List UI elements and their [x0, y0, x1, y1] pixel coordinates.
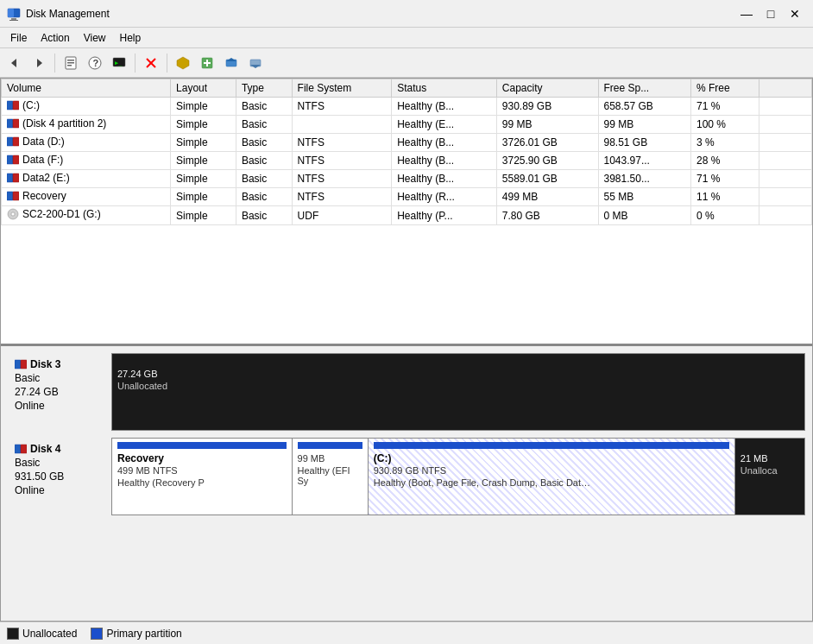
svg-rect-33	[13, 174, 19, 182]
menu-view[interactable]: View	[77, 30, 113, 46]
cell-type: Basic	[236, 152, 292, 170]
svg-rect-7	[67, 60, 74, 61]
disk-pane: Disk 3 Basic 27.24 GB Online 27.24 GBUna…	[1, 346, 812, 621]
partition-block[interactable]: 27.24 GBUnallocated	[112, 354, 804, 430]
help-button[interactable]: ?	[84, 52, 106, 74]
col-freespace[interactable]: Free Sp...	[598, 79, 690, 98]
disk-label: Disk 4 Basic 931.50 GB Online	[8, 438, 111, 515]
cell-volume: Data (F:)	[2, 152, 171, 170]
table-row[interactable]: Data (F:) Simple Basic NTFS Healthy (B..…	[2, 152, 812, 170]
cell-status: Healthy (P...	[392, 206, 497, 225]
cell-free: 55 MB	[598, 188, 690, 206]
table-row[interactable]: Data (D:) Simple Basic NTFS Healthy (B..…	[2, 134, 812, 152]
cell-status: Healthy (B...	[392, 170, 497, 188]
svg-rect-2	[11, 18, 16, 20]
cell-type: Basic	[236, 206, 292, 225]
svg-rect-28	[7, 137, 13, 146]
table-row[interactable]: Data2 (E:) Simple Basic NTFS Healthy (B.…	[2, 170, 812, 188]
cell-extra	[759, 188, 811, 206]
console-button[interactable]: ▶_	[108, 52, 130, 74]
cell-extra	[759, 134, 811, 152]
extend-button[interactable]	[220, 52, 243, 74]
format-button[interactable]	[172, 52, 194, 74]
app-icon	[7, 7, 21, 21]
cell-capacity: 3725.90 GB	[496, 152, 598, 170]
cell-layout: Simple	[171, 116, 236, 134]
menu-action[interactable]: Action	[34, 30, 76, 46]
close-button[interactable]: ✕	[784, 3, 806, 25]
cell-layout: Simple	[171, 188, 236, 206]
toolbar-sep-1	[54, 54, 55, 73]
delete-button[interactable]	[140, 52, 162, 74]
forward-button[interactable]	[28, 52, 50, 74]
legend-unallocated-box	[7, 628, 19, 640]
cell-volume: SC2-200-D1 (G:)	[2, 206, 171, 225]
svg-marker-16	[177, 57, 189, 69]
shrink-button[interactable]	[244, 52, 267, 74]
legend-unallocated-label: Unallocated	[22, 628, 77, 640]
cell-status: Healthy (B...	[392, 152, 497, 170]
cell-extra	[759, 116, 811, 134]
cell-free: 99 MB	[598, 116, 690, 134]
cell-free: 3981.50...	[598, 170, 690, 188]
cell-capacity: 499 MB	[496, 188, 598, 206]
legend-primary-label: Primary partition	[106, 628, 181, 640]
col-filesystem[interactable]: File System	[292, 79, 392, 98]
table-row[interactable]: Recovery Simple Basic NTFS Healthy (R...…	[2, 188, 812, 206]
svg-rect-9	[67, 65, 72, 66]
cell-fs: NTFS	[292, 134, 392, 152]
disk-row-1: Disk 4 Basic 931.50 GB Online Recovery49…	[8, 438, 805, 515]
svg-rect-39	[21, 360, 27, 369]
col-capacity[interactable]: Capacity	[496, 79, 598, 98]
cell-pct: 3 %	[690, 134, 759, 152]
maximize-button[interactable]: □	[759, 3, 782, 25]
disk-row-0: Disk 3 Basic 27.24 GB Online 27.24 GBUna…	[8, 353, 805, 431]
table-row[interactable]: SC2-200-D1 (G:) Simple Basic UDF Healthy…	[2, 206, 812, 225]
cell-status: Healthy (R...	[392, 188, 497, 206]
col-pctfree[interactable]: % Free	[690, 79, 759, 98]
partition-block[interactable]: 99 MBHealthy (EFI Sy	[293, 439, 369, 515]
svg-rect-25	[13, 101, 19, 110]
cell-fs	[292, 116, 392, 134]
menu-file[interactable]: File	[3, 30, 34, 46]
col-status[interactable]: Status	[392, 79, 497, 98]
col-extra[interactable]	[759, 79, 811, 98]
toolbar-sep-3	[167, 54, 167, 73]
col-layout[interactable]: Layout	[171, 79, 236, 98]
disk-size: 931.50 GB	[15, 470, 104, 483]
legend-primary-box	[91, 628, 103, 640]
col-type[interactable]: Type	[236, 79, 292, 98]
partition-block[interactable]: (C:)930.89 GB NTFSHealthy (Boot, Page Fi…	[369, 439, 735, 515]
menu-help[interactable]: Help	[113, 30, 148, 46]
cell-free: 658.57 GB	[598, 98, 690, 116]
disk-status: Online	[15, 400, 104, 412]
partition-block[interactable]: Recovery499 MB NTFSHealthy (Recovery P	[112, 439, 293, 515]
cell-status: Healthy (E...	[392, 116, 497, 134]
minimize-button[interactable]: —	[735, 3, 758, 25]
svg-rect-31	[13, 155, 19, 164]
cell-free: 98.51 GB	[598, 134, 690, 152]
cell-layout: Simple	[171, 134, 236, 152]
table-row[interactable]: (C:) Simple Basic NTFS Healthy (B... 930…	[2, 98, 812, 116]
cell-fs: UDF	[292, 206, 392, 225]
svg-rect-29	[13, 137, 19, 146]
svg-rect-38	[15, 360, 21, 369]
cell-free: 1043.97...	[598, 152, 690, 170]
new-simple-button[interactable]	[196, 52, 218, 74]
window-controls: — □ ✕	[735, 3, 806, 25]
table-header-row: Volume Layout Type File System Status Ca…	[2, 79, 812, 98]
cell-volume: (C:)	[2, 98, 171, 116]
table-row[interactable]: (Disk 4 partition 2) Simple Basic Health…	[2, 116, 812, 134]
cell-volume: (Disk 4 partition 2)	[2, 116, 171, 134]
svg-rect-40	[15, 445, 21, 453]
menu-bar: File Action View Help	[0, 28, 813, 48]
svg-text:?: ?	[93, 58, 99, 68]
cell-layout: Simple	[171, 152, 236, 170]
back-button[interactable]	[3, 52, 26, 74]
cell-extra	[759, 152, 811, 170]
col-volume[interactable]: Volume	[2, 79, 171, 98]
cell-volume: Recovery	[2, 188, 171, 206]
cell-layout: Simple	[171, 206, 236, 225]
properties-button[interactable]	[60, 52, 82, 74]
partition-block[interactable]: 21 MBUnalloca	[735, 439, 804, 515]
